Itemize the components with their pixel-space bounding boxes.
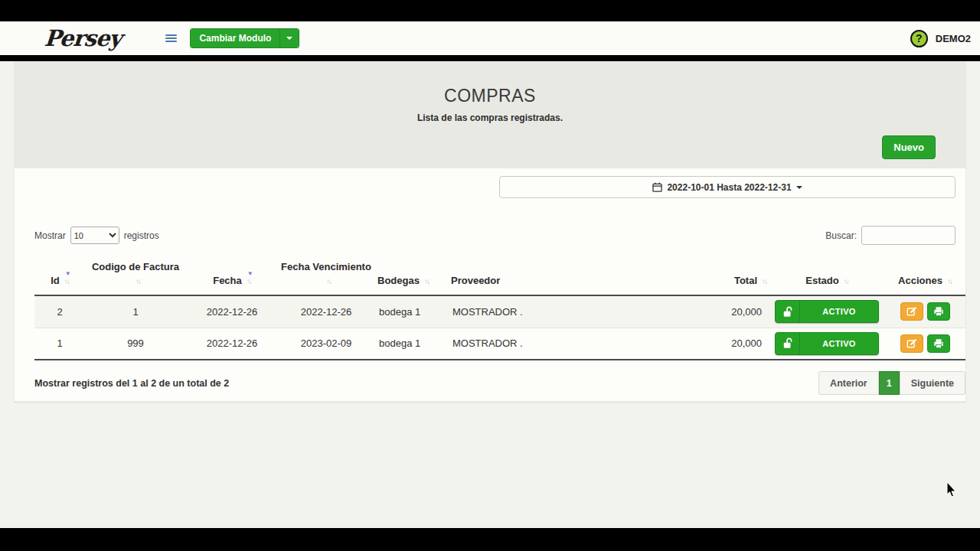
cell-codigo: 1 [85,295,186,328]
page-subtitle: Lista de las compras registradas. [14,112,966,123]
header-fecha[interactable]: Fecha↑↓▼ [186,256,278,295]
printer-icon [933,306,944,317]
cell-fecha: 2022-12-26 [186,328,278,360]
table-card: 2022-10-01 Hasta 2022-12-31 Mostrar 10 r… [15,168,965,401]
sort-icon: ↑↓▼ [64,276,69,287]
unlock-icon [776,301,800,322]
records-label: registros [124,230,159,241]
cell-proveedor: MOSTRADOR . [448,295,665,328]
cell-id: 2 [34,295,85,328]
estado-label: ACTIVO [800,301,878,322]
sort-icon: ↑↓ [844,276,848,287]
sort-icon: ↑↓ [762,276,766,287]
header-codigo-factura[interactable]: Codigo de Factura↑↓ [85,256,186,295]
date-range-label: 2022-10-01 Hasta 2022-12-31 [667,182,791,193]
sort-icon: ↑↓ [136,276,140,287]
cambiar-modulo-label[interactable]: Cambiar Modulo [191,29,279,47]
help-icon[interactable]: ? [910,30,928,47]
date-range-picker[interactable]: 2022-10-01 Hasta 2022-12-31 [499,176,956,198]
hamburger-menu-icon[interactable] [165,33,177,44]
table-header-row: Id↑↓▼ Codigo de Factura↑↓ Fecha↑↓▼ Fecha… [34,256,965,295]
letterbox-bottom [0,528,980,551]
cell-bodega: bodega 1 [374,328,448,360]
sort-icon: ↑↓ [326,276,331,287]
header-proveedor[interactable]: Proveedor [448,256,665,295]
header-id[interactable]: Id↑↓▼ [34,256,85,295]
next-page-button[interactable]: Siguiente [900,371,965,395]
calendar-icon [652,182,662,192]
header-fecha-vencimiento[interactable]: Fecha Vencimiento↑↓ [278,256,374,295]
cell-vencimiento: 2022-12-26 [278,295,374,328]
estado-label: ACTIVO [800,333,878,354]
previous-page-button[interactable]: Anterior [818,371,879,395]
cell-codigo: 999 [85,328,186,360]
cell-proveedor: MOSTRADOR . [448,328,665,360]
search-input[interactable] [861,226,956,245]
sort-icon: ↑↓▼ [247,276,251,287]
cell-estado: ACTIVO [769,328,884,360]
compras-table: Id↑↓▼ Codigo de Factura↑↓ Fecha↑↓▼ Fecha… [34,256,965,360]
printer-icon [933,338,944,349]
print-button[interactable] [927,334,950,353]
cell-vencimiento: 2023-02-09 [278,328,374,360]
cell-bodega: bodega 1 [374,295,448,328]
nuevo-button[interactable]: Nuevo [882,135,936,159]
print-button[interactable] [927,302,950,321]
cell-total: 20,000 [665,295,769,328]
cell-id: 1 [34,328,85,360]
edit-button[interactable] [900,302,923,321]
header-bodegas[interactable]: Bodegas↑↓ [374,256,448,295]
table-row: 1 999 2022-12-26 2023-02-09 bodega 1 MOS… [34,328,965,360]
search-label: Buscar: [825,230,857,241]
cell-acciones [884,328,965,360]
cell-acciones [884,295,965,328]
header-total[interactable]: Total↑↓ [665,256,769,295]
sort-icon: ↑↓ [424,276,429,287]
pagination: Anterior 1 Siguiente [818,371,965,395]
edit-icon [906,306,917,317]
header-acciones[interactable]: Acciones↑↓ [884,256,965,295]
edit-button[interactable] [900,334,923,353]
cell-estado: ACTIVO [769,295,884,328]
compras-panel: COMPRAS Lista de las compras registradas… [14,61,966,403]
table-row: 2 1 2022-12-26 2022-12-26 bodega 1 MOSTR… [34,295,965,328]
cell-total: 20,000 [665,328,769,360]
app-header: Persey Cambiar Modulo ? DEMO2 [0,21,980,55]
main-content: COMPRAS Lista de las compras registradas… [0,61,980,534]
table-info-text: Mostrar registros del 1 al 2 de un total… [34,378,229,389]
show-label: Mostrar [34,230,66,241]
cambiar-modulo-dropdown[interactable] [279,29,299,47]
page-length-select[interactable]: 10 [70,227,119,244]
unlock-icon [776,333,800,354]
estado-toggle-button[interactable]: ACTIVO [775,300,879,323]
letterbox-top [0,0,980,21]
cell-fecha: 2022-12-26 [186,295,278,328]
user-menu[interactable]: DEMO2 [936,33,971,44]
page-title: COMPRAS [14,61,966,106]
cambiar-modulo-button[interactable]: Cambiar Modulo [190,28,299,48]
sort-icon: ↑↓ [947,276,952,287]
header-estado[interactable]: Estado↑↓ [769,256,884,295]
caret-down-icon [286,37,292,40]
estado-toggle-button[interactable]: ACTIVO [775,332,879,355]
edit-icon [906,338,917,349]
page-number-button[interactable]: 1 [879,371,900,395]
persey-logo: Persey [44,25,122,51]
caret-down-icon [796,186,802,189]
